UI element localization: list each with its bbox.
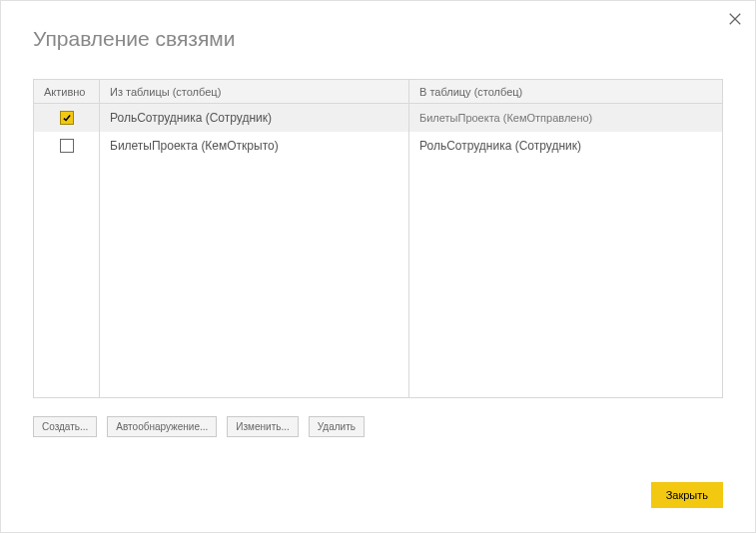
col-header-to: В таблицу (столбец): [409, 80, 722, 103]
action-buttons: Создать... Автообнаружение... Изменить..…: [33, 416, 755, 437]
col-header-from: Из таблицы (столбец): [100, 80, 409, 103]
cell-from: БилетыПроекта (КемОткрыто): [100, 132, 409, 160]
edit-button[interactable]: Изменить...: [227, 416, 298, 437]
dialog-title: Управление связями: [1, 1, 755, 51]
manage-relationships-dialog: Управление связями Активно Из таблицы (с…: [0, 0, 756, 533]
table-row[interactable]: РольСотрудника (Сотрудник) БилетыПроекта…: [34, 104, 722, 132]
table-body: РольСотрудника (Сотрудник) БилетыПроекта…: [34, 104, 722, 397]
relationships-table: Активно Из таблицы (столбец) В таблицу (…: [33, 79, 723, 398]
cell-from: РольСотрудника (Сотрудник): [100, 104, 409, 132]
table-empty-area: [34, 160, 722, 397]
table-header: Активно Из таблицы (столбец) В таблицу (…: [34, 80, 722, 104]
active-checkbox[interactable]: [60, 139, 74, 153]
close-icon[interactable]: [725, 9, 745, 29]
table-row[interactable]: БилетыПроекта (КемОткрыто) РольСотрудник…: [34, 132, 722, 160]
cell-to: РольСотрудника (Сотрудник): [409, 132, 722, 160]
cell-to: БилетыПроекта (КемОтправлено): [409, 104, 722, 132]
close-button[interactable]: Закрыть: [651, 482, 723, 508]
autodetect-button[interactable]: Автообнаружение...: [107, 416, 217, 437]
delete-button[interactable]: Удалить: [309, 416, 365, 437]
active-checkbox[interactable]: [60, 111, 74, 125]
dialog-footer: Закрыть: [651, 482, 723, 508]
create-button[interactable]: Создать...: [33, 416, 97, 437]
col-header-active: Активно: [34, 80, 100, 103]
